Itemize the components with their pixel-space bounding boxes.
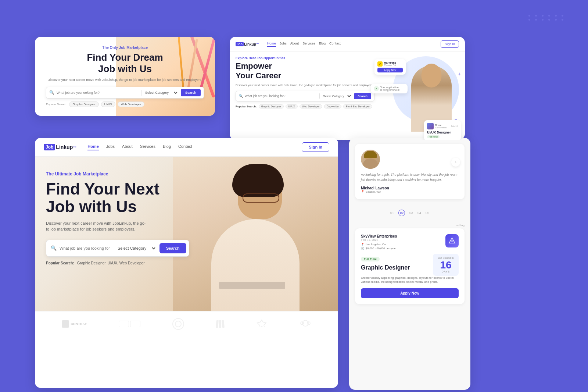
card4-company-row: SkyView Enterprises Feb 31, 2023 📍 Los A… (361, 234, 459, 251)
card4-page-5[interactable]: 05 (426, 211, 429, 215)
card4-job-title: Graphic Designer (361, 264, 410, 271)
svg-point-2 (307, 322, 310, 325)
card3-signin-button[interactable]: Sign In (302, 142, 329, 152)
card3-search-input[interactable] (60, 246, 110, 250)
card2-nav-home[interactable]: Home (267, 42, 276, 47)
card3-description: Discover your next career move with JobL… (46, 220, 149, 232)
card3-nav-services[interactable]: Services (140, 144, 155, 150)
card2-nav-blog[interactable]: Blog (319, 42, 326, 47)
card1-tag-webdev[interactable]: Web Developer (118, 101, 144, 107)
card4-page-3[interactable]: 03 (409, 211, 413, 215)
card3-laptop (219, 282, 285, 289)
footer-company-6 (300, 318, 311, 330)
card1-content-area: The Only Job Marketplace Find Your Dream… (46, 46, 204, 107)
card2-tag-webdev[interactable]: Web Developer (300, 104, 322, 108)
card2-nav-services[interactable]: Services (302, 42, 315, 47)
card1-search-input[interactable] (57, 91, 139, 95)
card3-search-icon: 🔍 (51, 245, 57, 251)
footer-logo-6 (300, 318, 311, 330)
card2-search-icon: 🔍 (239, 94, 243, 98)
card4-side-panel: ne looking for a job. The platform is us… (349, 138, 470, 388)
card2-floating-job-logo (427, 123, 434, 129)
card2-search-input[interactable] (245, 94, 318, 98)
card3-glasses (243, 193, 279, 203)
card4-job-location: 📍 Los Angeles, Ca (361, 243, 445, 246)
card2-description: Discover your next career move with JobL… (236, 83, 374, 87)
card4-countdown-label: Job Closed In (437, 257, 454, 259)
card1-simple-hero: The Only Job Marketplace Find Your Dream… (35, 37, 215, 116)
svg-point-1 (301, 322, 304, 325)
card3-footer: CONTRAE (35, 311, 338, 336)
card2-floating-job: Rome Corporation Feb 15 UI/UX Designer F… (424, 120, 461, 140)
card2-divider (319, 93, 320, 99)
card3-nav-items: Home Jobs About Services Blog Contact (87, 144, 294, 150)
card4-author-name: Michael Lawson (361, 186, 459, 190)
card3-nav-jobs[interactable]: Jobs (106, 144, 115, 150)
card3-popular-row: Popular Search: Graphic Designer, UI/UX,… (46, 261, 189, 265)
card4-page-1[interactable]: 01 (390, 211, 394, 215)
card1-description: Discover your next career move with JobL… (46, 78, 204, 82)
card2-category-select[interactable]: Select Category (322, 94, 352, 98)
footer-company-1: CONTRAE (62, 320, 87, 328)
card2-tag-frontend[interactable]: Front-End Developer (343, 104, 372, 108)
location-icon: 📍 (361, 190, 365, 193)
card2-nav-jobs[interactable]: Jobs (280, 42, 287, 47)
card3-nav-blog[interactable]: Blog (163, 144, 171, 150)
card2-nav-about[interactable]: About (290, 42, 299, 47)
card4-job-badge: Full Time (361, 257, 380, 261)
card2-tagline: Explore Best Job Opportunities (236, 56, 374, 60)
card1-search-bar: 🔍 Select Category Design Development Mar… (46, 87, 204, 99)
card2-signin-button[interactable]: Sign In (441, 40, 459, 48)
footer-company-2 (119, 321, 140, 327)
card4-overflow (349, 353, 470, 390)
card2-search-button[interactable]: Search (354, 93, 371, 99)
location-icon-sm: 📍 (361, 243, 364, 246)
card3-navbar: Job Linkup ™ Home Jobs About Services Bl… (35, 138, 338, 157)
card3-nav-about[interactable]: About (122, 144, 133, 150)
card4-page-4[interactable]: 04 (417, 211, 421, 215)
card4-apply-button[interactable]: Apply Now (361, 288, 459, 298)
card2-popular-row: Popular Search: Graphic Designer UI/UX W… (236, 104, 374, 108)
card3-body (211, 219, 300, 311)
footer-company-5 (256, 319, 268, 329)
card1-search-button[interactable]: Search (181, 89, 201, 96)
card2-title: Empower Your Career (236, 61, 374, 81)
card2-navbar: Job Linkup ™ Home Jobs About Services Bl… (230, 37, 465, 52)
card4-pagination: 01 02 03 04 05 (349, 205, 470, 221)
card3-search-button[interactable]: Search (159, 243, 186, 253)
salary-icon: 🕐 (361, 247, 364, 250)
card3-nav-home[interactable]: Home (87, 144, 99, 150)
card3-popular-label: Popular Search: (46, 261, 74, 265)
card1-tagline: The Only Job Marketplace (46, 46, 204, 50)
card2-tag-copywriter[interactable]: Copywriter (324, 104, 341, 108)
card4-next-button[interactable]: › (451, 158, 460, 167)
card2-tag-graphic[interactable]: Graphic Designer (259, 104, 284, 108)
card2-nav-contact[interactable]: Contact (329, 42, 341, 47)
card4-job-date: Feb 31, 2023 (361, 238, 445, 242)
card3-category-select[interactable]: Select Category Design Development Marke… (116, 246, 157, 251)
card1-category-select[interactable]: Select Category Design Development Marke… (144, 90, 179, 95)
card3-nav-contact[interactable]: Contact (178, 144, 192, 150)
card4-countdown-number: 16 (437, 260, 454, 270)
card4-page-2[interactable]: 02 (398, 210, 405, 216)
card3-hero-content: The Ultimate Job Marketplace Find Your N… (35, 157, 200, 280)
card2-floating-review: ✓ Your application is being reviewed! (371, 84, 408, 93)
card3-popular-tags: Graphic Designer, UI/UX, Web Developer (77, 261, 145, 265)
card2-left-content: Explore Best Job Opportunities Empower Y… (236, 56, 374, 140)
card1-tag-graphic[interactable]: Graphic Designer (69, 101, 98, 107)
card3-hero-section: The Ultimate Job Marketplace Find Your N… (35, 157, 338, 311)
card2-floating-apply-btn[interactable]: Apply Now (377, 68, 403, 72)
search-icon: 🔍 (49, 90, 54, 95)
card4-company-logo (445, 234, 459, 247)
card1-tag-uiux[interactable]: UI/UX (101, 101, 115, 107)
footer-logo-4 (216, 320, 224, 328)
card3-logo-tm: ™ (73, 145, 76, 149)
floating-job-company: Rome (435, 124, 447, 126)
footer-logo-1: CONTRAE (62, 320, 87, 328)
card4-avatar (361, 150, 380, 169)
card3-logo-job: Job (46, 145, 53, 150)
card3-title: Find Your Next Job with Us (46, 180, 189, 216)
floating-job-date: Feb 15 (451, 125, 458, 127)
card2-nav-items: Home Jobs About Services Blog Contact (267, 42, 435, 47)
card2-tag-uiux[interactable]: UI/UX (286, 104, 298, 108)
